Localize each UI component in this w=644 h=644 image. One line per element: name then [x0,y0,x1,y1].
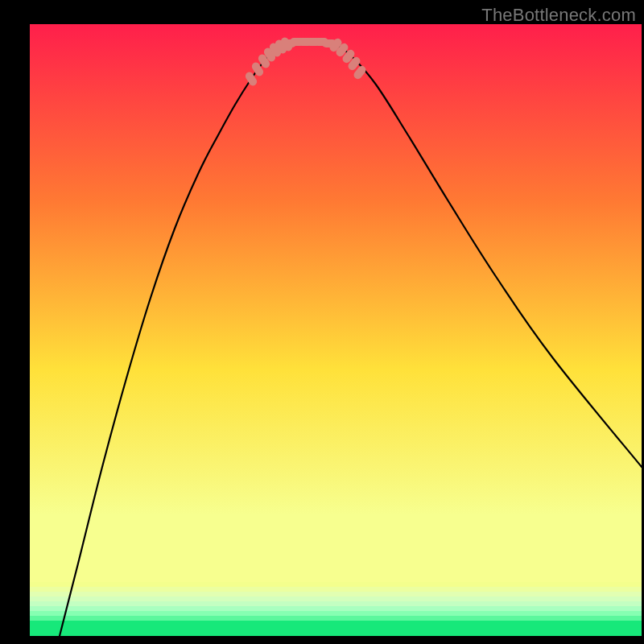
chart-frame: TheBottleneck.com [0,0,644,644]
gradient-band [30,592,642,597]
watermark-text: TheBottleneck.com [481,5,636,26]
gradient-band [30,587,642,592]
gradient-band [30,582,642,587]
bottom-bands [30,582,642,636]
gradient-band [30,601,642,606]
gradient-band [30,611,642,616]
gradient-band [30,621,642,636]
bottleneck-chart [30,24,642,636]
plot-area [30,24,642,636]
gradient-band [30,606,642,611]
gradient-band [30,597,642,601]
gradient-band [30,616,642,621]
gradient-background [30,24,642,582]
